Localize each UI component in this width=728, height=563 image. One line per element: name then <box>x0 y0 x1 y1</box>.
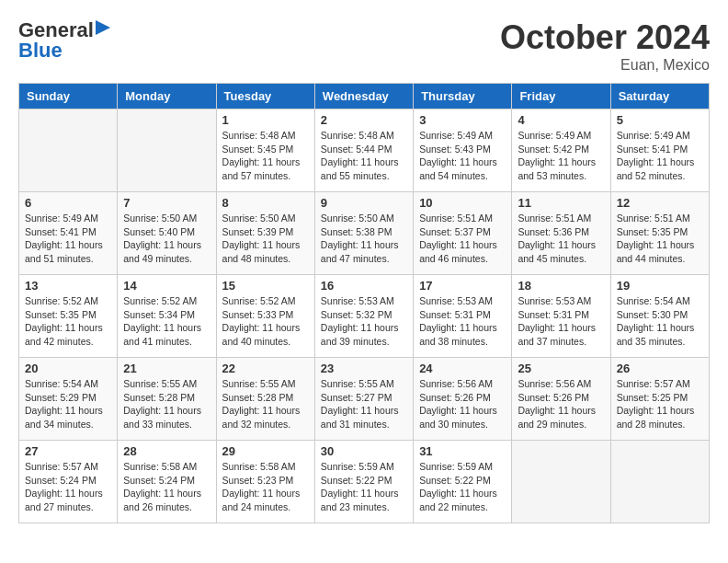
calendar-week-row: 13Sunrise: 5:52 AMSunset: 5:35 PMDayligh… <box>19 275 710 358</box>
day-info: Sunrise: 5:49 AMSunset: 5:42 PMDaylight:… <box>518 129 604 183</box>
day-info: Sunrise: 5:55 AMSunset: 5:28 PMDaylight:… <box>222 377 309 431</box>
calendar-cell: 23Sunrise: 5:55 AMSunset: 5:27 PMDayligh… <box>314 358 413 441</box>
day-number: 7 <box>123 196 210 210</box>
calendar-cell: 22Sunrise: 5:55 AMSunset: 5:28 PMDayligh… <box>216 358 314 441</box>
calendar-cell: 1Sunrise: 5:48 AMSunset: 5:45 PMDaylight… <box>216 109 314 192</box>
day-info: Sunrise: 5:57 AMSunset: 5:24 PMDaylight:… <box>25 460 111 514</box>
calendar-cell: 19Sunrise: 5:54 AMSunset: 5:30 PMDayligh… <box>610 275 709 358</box>
day-number: 30 <box>321 444 407 458</box>
calendar-cell: 2Sunrise: 5:48 AMSunset: 5:44 PMDaylight… <box>314 109 413 192</box>
day-number: 26 <box>617 362 703 375</box>
day-number: 18 <box>518 279 604 293</box>
day-number: 27 <box>25 444 111 458</box>
weekday-header-cell: Tuesday <box>216 84 314 109</box>
calendar-cell: 26Sunrise: 5:57 AMSunset: 5:25 PMDayligh… <box>610 358 709 441</box>
day-info: Sunrise: 5:50 AMSunset: 5:38 PMDaylight:… <box>321 212 407 266</box>
day-info: Sunrise: 5:54 AMSunset: 5:30 PMDaylight:… <box>617 294 703 349</box>
day-number: 19 <box>617 279 703 293</box>
calendar-cell: 15Sunrise: 5:52 AMSunset: 5:33 PMDayligh… <box>216 275 314 358</box>
calendar-cell <box>19 109 118 192</box>
calendar-table: SundayMondayTuesdayWednesdayThursdayFrid… <box>18 83 710 523</box>
title-area: October 2024 Euan, Mexico <box>500 18 710 74</box>
calendar-cell: 9Sunrise: 5:50 AMSunset: 5:38 PMDaylight… <box>314 192 413 275</box>
day-number: 12 <box>617 196 703 210</box>
calendar-cell: 11Sunrise: 5:51 AMSunset: 5:36 PMDayligh… <box>512 192 610 275</box>
day-number: 9 <box>321 196 407 210</box>
logo-blue: Blue <box>18 39 63 63</box>
day-number: 4 <box>518 113 604 127</box>
calendar-cell: 27Sunrise: 5:57 AMSunset: 5:24 PMDayligh… <box>19 441 118 523</box>
day-info: Sunrise: 5:50 AMSunset: 5:39 PMDaylight:… <box>222 212 309 266</box>
calendar-week-row: 1Sunrise: 5:48 AMSunset: 5:45 PMDaylight… <box>19 109 710 192</box>
calendar-cell: 16Sunrise: 5:53 AMSunset: 5:32 PMDayligh… <box>314 275 413 358</box>
day-number: 23 <box>321 362 407 375</box>
calendar-cell <box>512 441 610 523</box>
calendar-cell: 12Sunrise: 5:51 AMSunset: 5:35 PMDayligh… <box>610 192 709 275</box>
day-number: 20 <box>25 362 111 375</box>
calendar-cell: 28Sunrise: 5:58 AMSunset: 5:24 PMDayligh… <box>118 441 216 523</box>
day-number: 10 <box>419 196 506 210</box>
day-number: 17 <box>419 279 506 293</box>
day-info: Sunrise: 5:59 AMSunset: 5:22 PMDaylight:… <box>321 460 407 514</box>
calendar-cell <box>118 109 216 192</box>
calendar-cell: 10Sunrise: 5:51 AMSunset: 5:37 PMDayligh… <box>414 192 512 275</box>
day-number: 3 <box>419 113 506 127</box>
day-number: 25 <box>518 362 604 375</box>
day-info: Sunrise: 5:52 AMSunset: 5:35 PMDaylight:… <box>25 294 111 349</box>
day-info: Sunrise: 5:52 AMSunset: 5:34 PMDaylight:… <box>123 294 210 349</box>
weekday-header-cell: Friday <box>512 84 610 109</box>
logo: General Blue <box>18 18 110 63</box>
calendar-cell: 7Sunrise: 5:50 AMSunset: 5:40 PMDaylight… <box>118 192 216 275</box>
day-info: Sunrise: 5:53 AMSunset: 5:31 PMDaylight:… <box>419 294 506 349</box>
calendar-week-row: 20Sunrise: 5:54 AMSunset: 5:29 PMDayligh… <box>19 358 710 441</box>
day-number: 6 <box>25 196 111 210</box>
calendar-cell: 31Sunrise: 5:59 AMSunset: 5:22 PMDayligh… <box>414 441 512 523</box>
calendar-cell: 25Sunrise: 5:56 AMSunset: 5:26 PMDayligh… <box>512 358 610 441</box>
day-info: Sunrise: 5:48 AMSunset: 5:44 PMDaylight:… <box>321 129 407 183</box>
calendar-cell <box>610 441 709 523</box>
calendar-cell: 8Sunrise: 5:50 AMSunset: 5:39 PMDaylight… <box>216 192 314 275</box>
day-info: Sunrise: 5:53 AMSunset: 5:32 PMDaylight:… <box>321 294 407 349</box>
day-number: 16 <box>321 279 407 293</box>
day-number: 8 <box>222 196 309 210</box>
day-info: Sunrise: 5:48 AMSunset: 5:45 PMDaylight:… <box>222 129 309 183</box>
day-info: Sunrise: 5:56 AMSunset: 5:26 PMDaylight:… <box>419 377 506 431</box>
day-info: Sunrise: 5:49 AMSunset: 5:43 PMDaylight:… <box>419 129 506 183</box>
day-number: 24 <box>419 362 506 375</box>
day-number: 28 <box>123 444 210 458</box>
calendar-cell: 13Sunrise: 5:52 AMSunset: 5:35 PMDayligh… <box>19 275 118 358</box>
calendar-body: 1Sunrise: 5:48 AMSunset: 5:45 PMDaylight… <box>19 109 710 523</box>
day-info: Sunrise: 5:55 AMSunset: 5:27 PMDaylight:… <box>321 377 407 431</box>
calendar-cell: 24Sunrise: 5:56 AMSunset: 5:26 PMDayligh… <box>414 358 512 441</box>
day-info: Sunrise: 5:59 AMSunset: 5:22 PMDaylight:… <box>419 460 506 514</box>
calendar-cell: 18Sunrise: 5:53 AMSunset: 5:31 PMDayligh… <box>512 275 610 358</box>
calendar-cell: 5Sunrise: 5:49 AMSunset: 5:41 PMDaylight… <box>610 109 709 192</box>
weekday-header-cell: Saturday <box>610 84 709 109</box>
day-number: 21 <box>123 362 210 375</box>
day-info: Sunrise: 5:58 AMSunset: 5:24 PMDaylight:… <box>123 460 210 514</box>
day-info: Sunrise: 5:54 AMSunset: 5:29 PMDaylight:… <box>25 377 111 431</box>
day-number: 5 <box>617 113 703 127</box>
day-number: 14 <box>123 279 210 293</box>
day-number: 2 <box>321 113 407 127</box>
month-title: October 2024 <box>500 18 710 57</box>
calendar-cell: 21Sunrise: 5:55 AMSunset: 5:28 PMDayligh… <box>118 358 216 441</box>
day-info: Sunrise: 5:49 AMSunset: 5:41 PMDaylight:… <box>25 212 111 266</box>
logo-flag-icon <box>96 20 110 40</box>
day-number: 1 <box>222 113 309 127</box>
day-info: Sunrise: 5:52 AMSunset: 5:33 PMDaylight:… <box>222 294 309 349</box>
calendar-week-row: 6Sunrise: 5:49 AMSunset: 5:41 PMDaylight… <box>19 192 710 275</box>
day-info: Sunrise: 5:50 AMSunset: 5:40 PMDaylight:… <box>123 212 210 266</box>
day-info: Sunrise: 5:51 AMSunset: 5:37 PMDaylight:… <box>419 212 506 266</box>
calendar-cell: 20Sunrise: 5:54 AMSunset: 5:29 PMDayligh… <box>19 358 118 441</box>
day-info: Sunrise: 5:53 AMSunset: 5:31 PMDaylight:… <box>518 294 604 349</box>
day-info: Sunrise: 5:57 AMSunset: 5:25 PMDaylight:… <box>617 377 703 431</box>
calendar-cell: 14Sunrise: 5:52 AMSunset: 5:34 PMDayligh… <box>118 275 216 358</box>
calendar-cell: 4Sunrise: 5:49 AMSunset: 5:42 PMDaylight… <box>512 109 610 192</box>
day-info: Sunrise: 5:58 AMSunset: 5:23 PMDaylight:… <box>222 460 309 514</box>
day-info: Sunrise: 5:55 AMSunset: 5:28 PMDaylight:… <box>123 377 210 431</box>
day-number: 29 <box>222 444 309 458</box>
header: General Blue October 2024 Euan, Mexico <box>18 18 710 74</box>
calendar-cell: 30Sunrise: 5:59 AMSunset: 5:22 PMDayligh… <box>314 441 413 523</box>
day-number: 22 <box>222 362 309 375</box>
